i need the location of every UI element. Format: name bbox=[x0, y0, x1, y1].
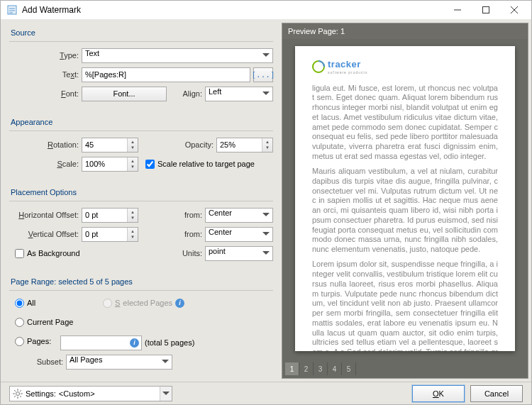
text-input[interactable] bbox=[82, 67, 250, 82]
window-title: Add Watermark bbox=[22, 5, 443, 15]
macro-button[interactable]: [...] bbox=[253, 67, 273, 82]
minimize-button[interactable] bbox=[443, 1, 472, 19]
titlebar: Add Watermark bbox=[1, 1, 531, 20]
voffset-label: Vertical Offset: bbox=[9, 230, 79, 238]
range-selected-radio: Selected Pages i bbox=[103, 299, 184, 308]
range-pages-radio[interactable]: Pages: bbox=[15, 337, 57, 346]
gear-icon bbox=[13, 389, 23, 399]
font-button[interactable]: Font... bbox=[82, 87, 167, 101]
preview-header: Preview Page: 1 bbox=[282, 23, 528, 39]
hoffset-spinner[interactable]: 0 pt▲▼ bbox=[82, 208, 138, 223]
preview-page: tracker software products ligula eut. Mi… bbox=[295, 46, 515, 351]
voffset-spinner[interactable]: 0 pt▲▼ bbox=[82, 227, 138, 242]
hfrom-label: from: bbox=[174, 211, 202, 219]
range-title: Page Range: selected 5 of 5 pages bbox=[9, 273, 273, 291]
total-pages-label: (total 5 pages) bbox=[145, 338, 194, 347]
logo-text: tracker bbox=[328, 59, 367, 70]
subset-combo[interactable]: All Pages bbox=[66, 355, 172, 370]
close-button[interactable] bbox=[500, 1, 528, 19]
range-group: Page Range: selected 5 of 5 pages All Se… bbox=[4, 272, 279, 379]
app-icon bbox=[6, 4, 18, 16]
pages-input[interactable]: i bbox=[60, 335, 142, 350]
svg-line-12 bbox=[20, 396, 21, 397]
rotation-spinner[interactable]: 45▲▼ bbox=[82, 138, 138, 152]
scale-spinner[interactable]: 100%▲▼ bbox=[82, 157, 138, 172]
hfrom-combo[interactable]: Center bbox=[205, 208, 273, 223]
scale-label: Scale: bbox=[9, 160, 79, 168]
svg-line-11 bbox=[14, 390, 16, 392]
range-all-radio[interactable]: All bbox=[15, 299, 100, 308]
vfrom-label: from: bbox=[174, 230, 202, 238]
align-label: Align: bbox=[182, 89, 202, 98]
info-icon[interactable]: i bbox=[175, 299, 184, 308]
units-label: Units: bbox=[174, 249, 202, 257]
source-group: Source Type: Text Text: [...] Font: Font… bbox=[4, 23, 279, 111]
vfrom-combo[interactable]: Center bbox=[205, 227, 273, 242]
page-tab-5[interactable]: 5 bbox=[342, 362, 356, 375]
preview-panel: Preview Page: 1 tracker software product… bbox=[282, 23, 528, 379]
appearance-title: Appearance bbox=[9, 113, 273, 131]
placement-title: Placement Options bbox=[9, 184, 273, 201]
opacity-label: Opacity: bbox=[171, 140, 214, 149]
maximize-button[interactable] bbox=[472, 1, 500, 19]
page-tab-2[interactable]: 2 bbox=[299, 362, 314, 375]
type-combo[interactable]: Text bbox=[82, 48, 273, 63]
type-label: Type: bbox=[9, 51, 79, 60]
range-current-radio[interactable]: Current Page bbox=[15, 318, 73, 327]
logo-icon bbox=[312, 60, 325, 73]
text-label: Text: bbox=[9, 70, 79, 79]
svg-line-13 bbox=[20, 390, 21, 392]
preview-body: tracker software products ligula eut. Mi… bbox=[282, 39, 528, 361]
ok-button[interactable]: OK bbox=[412, 385, 465, 402]
appearance-group: Appearance Rotation: 45▲▼ Opacity: 25%▲▼… bbox=[4, 112, 279, 181]
logo-subtitle: software products bbox=[328, 70, 367, 74]
scale-relative-checkbox[interactable]: Scale relative to target page bbox=[145, 160, 255, 169]
source-title: Source bbox=[9, 24, 273, 42]
settings-value: <Custom> bbox=[59, 389, 95, 398]
placement-group: Placement Options Horizontal Offset: 0 p… bbox=[4, 182, 279, 270]
font-label: Font: bbox=[9, 89, 79, 98]
page-tab-4[interactable]: 4 bbox=[328, 362, 342, 375]
footer: Settings: <Custom> OK Cancel bbox=[1, 382, 531, 404]
settings-label: Settings: bbox=[26, 389, 56, 398]
info-icon[interactable]: i bbox=[130, 338, 139, 348]
as-background-checkbox[interactable]: As Background bbox=[15, 249, 80, 258]
align-combo[interactable]: Left bbox=[205, 87, 273, 101]
page-tabs: 1 2 3 4 5 bbox=[282, 361, 528, 378]
subset-label: Subset: bbox=[9, 357, 63, 366]
svg-point-6 bbox=[16, 392, 20, 395]
cancel-button[interactable]: Cancel bbox=[470, 385, 523, 402]
svg-line-14 bbox=[14, 396, 16, 397]
rotation-label: Rotation: bbox=[9, 140, 79, 149]
page-tab-3[interactable]: 3 bbox=[314, 362, 328, 375]
hoffset-label: Horizontal Offset: bbox=[9, 211, 79, 219]
svg-rect-2 bbox=[483, 7, 489, 13]
opacity-spinner[interactable]: 25%▲▼ bbox=[216, 138, 273, 152]
units-combo[interactable]: point bbox=[205, 246, 273, 261]
page-tab-1[interactable]: 1 bbox=[285, 362, 299, 375]
settings-combo[interactable]: Settings: <Custom> bbox=[9, 386, 172, 401]
